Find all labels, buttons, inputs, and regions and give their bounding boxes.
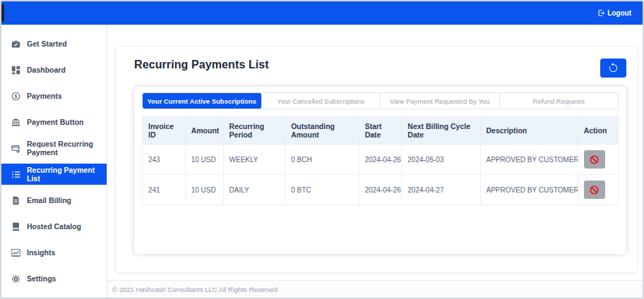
dollar-circle-icon: $ xyxy=(11,92,20,101)
cell-outstanding-amount: 0 BCH xyxy=(285,145,359,175)
cell-invoice-id: 243 xyxy=(143,145,186,175)
cancel-icon xyxy=(589,185,600,195)
column-header-description: Description xyxy=(480,117,578,145)
card-arrow-icon xyxy=(11,144,20,153)
sidebar-item-settings[interactable]: Settings xyxy=(1,268,107,289)
sidebar-item-payments[interactable]: $Payments xyxy=(1,85,107,106)
logout-label: Logout xyxy=(607,9,631,17)
book-icon xyxy=(11,222,20,231)
table-header-row: Invoice IDAmountRecurring PeriodOutstand… xyxy=(143,117,619,145)
tab-your-current-active-subscriptions[interactable]: Your Current Active Subscriptions xyxy=(143,93,262,109)
cell-start-date: 2024-04-26 xyxy=(359,145,402,175)
recurring-payments-table: Invoice IDAmountRecurring PeriodOutstand… xyxy=(142,116,619,205)
main-area: Recurring Payments List Your Current Act… xyxy=(107,25,643,298)
briefcase-check-icon xyxy=(11,39,20,49)
sidebar-item-email-billing[interactable]: Email Billing xyxy=(1,190,107,211)
cell-start-date: 2024-04-26 xyxy=(359,175,402,205)
cell-recurring-period: DAILY xyxy=(223,175,285,205)
document-icon xyxy=(11,196,20,205)
sidebar-item-insights[interactable]: Insights xyxy=(1,242,107,263)
tab-bar: Your Current Active SubscriptionsYour Ca… xyxy=(142,92,619,109)
sidebar-item-recurring-payment-list[interactable]: Recurring Payment List xyxy=(1,164,107,185)
sidebar-item-label: Settings xyxy=(27,274,56,283)
dashboard-grid-icon xyxy=(11,66,20,75)
bank-icon xyxy=(11,118,20,127)
sidebar-item-get-started[interactable]: Get Started xyxy=(1,33,107,54)
history-button[interactable] xyxy=(600,59,626,78)
history-icon xyxy=(608,63,619,73)
sidebar-item-label: Get Started xyxy=(27,39,67,48)
cell-action xyxy=(578,145,618,175)
tab-your-cancelled-subscriptions[interactable]: Your Cancelled Subscriptions xyxy=(262,93,381,109)
column-header-outstanding-amount: Outstanding Amount xyxy=(285,117,359,145)
cell-amount: 10 USD xyxy=(185,175,223,205)
sidebar-item-label: Insights xyxy=(27,248,55,257)
tab-refund-requests[interactable]: Refund Requests xyxy=(500,93,619,109)
column-header-amount: Amount xyxy=(185,117,223,145)
sidebar-item-hosted-catalog[interactable]: Hosted Catalog xyxy=(1,216,107,237)
svg-text:$: $ xyxy=(15,94,18,99)
tab-view-payment-requested-by-you[interactable]: View Payment Requested By You xyxy=(381,93,500,109)
content-area: Recurring Payments List Your Current Act… xyxy=(107,25,643,280)
cell-next-billing-cycle-date: 2024-04-27 xyxy=(402,175,480,205)
cell-outstanding-amount: 0 BTC xyxy=(285,175,359,205)
recurring-payments-card: Recurring Payments List Your Current Act… xyxy=(115,46,638,273)
column-header-invoice-id: Invoice ID xyxy=(143,117,186,145)
cell-action xyxy=(578,175,618,205)
cancel-subscription-button[interactable] xyxy=(584,150,605,169)
page-title: Recurring Payments List xyxy=(134,59,269,71)
table-body: 24310 USDWEEKLY0 BCH2024-04-262024-05-03… xyxy=(143,145,619,205)
logo-sliver xyxy=(1,4,4,22)
sidebar-item-dashboard[interactable]: Dashboard xyxy=(1,59,107,80)
subscriptions-panel: Your Current Active SubscriptionsYour Ca… xyxy=(134,87,626,254)
cell-next-billing-cycle-date: 2024-05-03 xyxy=(402,145,480,175)
cancel-icon xyxy=(589,154,600,165)
cell-invoice-id: 241 xyxy=(143,175,186,205)
cell-recurring-period: WEEKLY xyxy=(223,145,285,175)
app-window: Logout Get StartedDashboard$PaymentsPaym… xyxy=(0,0,644,299)
sidebar-nav: Get StartedDashboard$PaymentsPayment But… xyxy=(1,25,107,298)
sidebar-item-request-recurring-payment[interactable]: Request Recurring Payment xyxy=(1,138,107,159)
sidebar-item-label: Payment Button xyxy=(27,118,84,126)
sidebar-item-label: Dashboard xyxy=(27,66,66,74)
gear-icon xyxy=(11,274,20,283)
column-header-action: Action xyxy=(578,117,618,145)
sidebar-item-payment-button[interactable]: Payment Button xyxy=(1,111,107,133)
column-header-next-billing-cycle-date: Next Billing Cycle Date xyxy=(402,117,480,145)
footer: © 2021 Hashcash Consultants LLC All Righ… xyxy=(107,280,643,298)
table-row: 24110 USDDAILY0 BTC2024-04-262024-04-27A… xyxy=(143,175,619,205)
sidebar-item-label: Email Billing xyxy=(27,196,71,205)
cell-description: APPROVED BY CUSTOMER xyxy=(480,145,578,175)
logout-button[interactable]: Logout xyxy=(593,8,636,18)
list-icon xyxy=(11,170,20,179)
table-row: 24310 USDWEEKLY0 BCH2024-04-262024-05-03… xyxy=(143,145,619,175)
sidebar-item-label: Hosted Catalog xyxy=(27,222,81,231)
column-header-start-date: Start Date xyxy=(359,117,402,145)
cell-description: APPROVED BY CUSTOMER xyxy=(480,175,578,205)
sidebar-item-label: Payments xyxy=(27,92,62,100)
logout-icon xyxy=(597,9,605,17)
sidebar-item-label: Request Recurring Payment xyxy=(27,140,101,157)
cell-amount: 10 USD xyxy=(185,145,223,175)
cancel-subscription-button[interactable] xyxy=(584,181,605,199)
title-row: Recurring Payments List xyxy=(134,59,626,78)
topbar: Logout xyxy=(1,1,643,25)
column-header-recurring-period: Recurring Period xyxy=(223,117,285,145)
copyright-text: © 2021 Hashcash Consultants LLC All Righ… xyxy=(112,286,278,293)
chart-icon xyxy=(11,248,20,257)
sidebar-item-label: Recurring Payment List xyxy=(27,166,101,183)
